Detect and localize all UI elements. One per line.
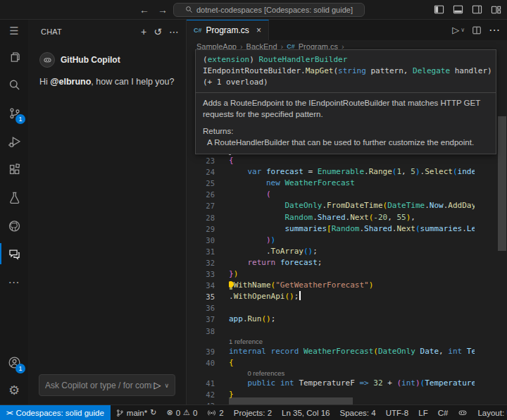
code-line[interactable]: 36 <box>187 302 475 314</box>
toggle-secondary-sidebar-icon[interactable] <box>470 3 484 17</box>
account-icon[interactable]: 1 <box>0 348 28 376</box>
line-content[interactable]: DateOnly.FromDateTime(DateTime.Now.AddDa… <box>229 200 475 211</box>
chat-history-icon[interactable]: ↺ <box>154 26 162 37</box>
line-content[interactable]: Random.Shared.Next(-20, 55), <box>229 212 475 223</box>
line-number[interactable]: 23 <box>187 155 215 166</box>
code-line[interactable]: 24 var forecast = Enumerable.Range(1, 5)… <box>187 166 475 178</box>
projects-indicator[interactable]: Projects: 2 <box>229 405 277 420</box>
explorer-icon[interactable] <box>0 42 28 70</box>
codelens-link[interactable]: 0 references <box>247 369 475 378</box>
code-line[interactable]: 32 return forecast; <box>187 257 475 268</box>
tab-program-cs[interactable]: C# Program.cs × <box>187 20 269 40</box>
branch-indicator[interactable]: main* ↻ <box>111 405 162 420</box>
menu-icon[interactable]: ☰ <box>0 20 28 42</box>
indentation-indicator[interactable]: Spaces: 4 <box>335 405 381 420</box>
editor-more-icon[interactable]: ⋯ <box>489 23 500 37</box>
chat-icon[interactable] <box>0 240 28 268</box>
encoding-indicator[interactable]: UTF-8 <box>381 405 414 420</box>
code-line[interactable]: 41 public int TemperatureF => 32 + (int)… <box>187 378 475 389</box>
eol-indicator[interactable]: LF <box>413 405 432 420</box>
line-content[interactable]: .ToArray(); <box>229 246 475 257</box>
ports-indicator[interactable]: 2 <box>202 405 228 420</box>
line-content[interactable]: ( <box>229 189 475 200</box>
line-content[interactable]: { <box>229 155 475 166</box>
code-line[interactable]: 39internal record WeatherForecast(DateOn… <box>187 346 475 357</box>
code-line[interactable]: 28 Random.Shared.Next(-20, 55), <box>187 212 475 223</box>
line-number[interactable]: 29 <box>187 223 215 235</box>
line-content[interactable] <box>229 326 475 337</box>
line-number[interactable]: 35 <box>187 291 215 302</box>
send-icon[interactable]: ▷ <box>154 380 161 390</box>
line-number[interactable]: 24 <box>187 166 215 178</box>
toggle-primary-sidebar-icon[interactable] <box>432 3 446 17</box>
code-line[interactable]: 34.WithName("GetWeatherForecast") <box>187 280 475 291</box>
line-number[interactable]: 25 <box>187 178 215 189</box>
line-content[interactable]: var forecast = Enumerable.Range(1, 5).Se… <box>229 166 475 178</box>
code-line[interactable]: 31 .ToArray(); <box>187 246 475 257</box>
line-number[interactable]: 38 <box>187 326 215 337</box>
nav-back-icon[interactable]: ← <box>139 4 149 16</box>
line-content[interactable]: summaries[Random.Shared.Next(summaries.L… <box>229 223 475 235</box>
line-number[interactable]: 39 <box>187 346 215 357</box>
customize-layout-icon[interactable] <box>489 3 503 17</box>
problems-indicator[interactable]: ⊗ 0 ⚠ 0 <box>161 405 202 420</box>
line-number[interactable]: 31 <box>187 246 215 257</box>
line-content[interactable]: app.Run(); <box>229 314 475 325</box>
split-editor-icon[interactable] <box>472 25 482 35</box>
testing-beaker-icon[interactable] <box>0 183 28 211</box>
code-line[interactable]: 25 new WeatherForecast <box>187 178 475 189</box>
code-line[interactable]: 38 <box>187 326 475 337</box>
toggle-panel-icon[interactable] <box>451 3 465 17</box>
codelens-link[interactable]: 1 reference <box>229 337 475 346</box>
github-icon[interactable] <box>0 211 28 240</box>
nav-forward-icon[interactable]: → <box>158 4 168 16</box>
panel-more-icon[interactable]: ⋯ <box>169 26 179 37</box>
tab-close-icon[interactable]: × <box>256 25 261 35</box>
line-number[interactable]: 36 <box>187 302 215 314</box>
keyboard-layout[interactable]: Layout: US <box>472 405 507 420</box>
line-number[interactable]: 37 <box>187 314 215 325</box>
code-line[interactable]: 27 DateOnly.FromDateTime(DateTime.Now.Ad… <box>187 200 475 211</box>
more-views-icon[interactable]: ⋯ <box>0 268 28 296</box>
line-number[interactable]: 28 <box>187 212 215 223</box>
cursor-position[interactable]: Ln 35, Col 16 <box>277 405 334 420</box>
line-content[interactable]: return forecast; <box>229 257 475 268</box>
line-content[interactable] <box>229 302 475 314</box>
code-line[interactable]: 40{ <box>187 357 475 369</box>
code-line[interactable]: 29 summaries[Random.Shared.Next(summarie… <box>187 223 475 235</box>
command-center-search[interactable]: dotnet-codespaces [Codespaces: solid gui… <box>173 3 365 17</box>
line-number[interactable]: 33 <box>187 268 215 280</box>
code-line[interactable]: 35.WithOpenApi(); <box>187 291 475 302</box>
line-number[interactable]: 41 <box>187 378 215 389</box>
search-sidebar-icon[interactable] <box>0 70 28 99</box>
line-number[interactable]: 32 <box>187 257 215 268</box>
run-debug-icon[interactable] <box>0 127 28 155</box>
copilot-status[interactable] <box>453 405 472 420</box>
source-control-icon[interactable]: 1 <box>0 99 28 127</box>
vertical-scrollbar[interactable] <box>498 116 506 251</box>
chevron-down-icon[interactable]: ∨ <box>164 382 169 389</box>
code-line[interactable]: 26 ( <box>187 189 475 200</box>
line-number[interactable]: 27 <box>187 200 215 211</box>
line-content[interactable]: )) <box>229 235 475 246</box>
line-content[interactable]: public int TemperatureF => 32 + (int)(Te… <box>229 378 475 389</box>
line-content[interactable]: }) <box>229 268 475 280</box>
line-content[interactable]: .WithOpenApi(); <box>229 291 475 302</box>
code-line[interactable]: 23{ <box>187 155 475 166</box>
language-indicator[interactable]: C# <box>433 405 453 420</box>
line-number[interactable]: 34 <box>187 280 215 291</box>
code-line[interactable]: 30 )) <box>187 235 475 246</box>
line-number[interactable]: 40 <box>187 357 215 369</box>
line-content[interactable]: new WeatherForecast <box>229 178 475 189</box>
remote-indicator[interactable]: >< Codespaces: solid guide <box>0 405 111 420</box>
new-chat-icon[interactable]: + <box>141 26 146 37</box>
code-line[interactable]: 33}) <box>187 268 475 280</box>
line-number[interactable]: 42 <box>187 389 215 400</box>
line-content[interactable]: .WithName("GetWeatherForecast") <box>229 280 475 291</box>
code-line[interactable]: 37app.Run(); <box>187 314 475 325</box>
chat-input-box[interactable]: ▷ ∨ <box>39 374 175 396</box>
run-debug-button[interactable]: ▷ ∨ <box>452 25 465 35</box>
extensions-icon[interactable] <box>0 155 28 183</box>
settings-gear-icon[interactable]: ⚙ <box>0 376 28 404</box>
line-content[interactable]: internal record WeatherForecast(DateOnly… <box>229 346 475 357</box>
